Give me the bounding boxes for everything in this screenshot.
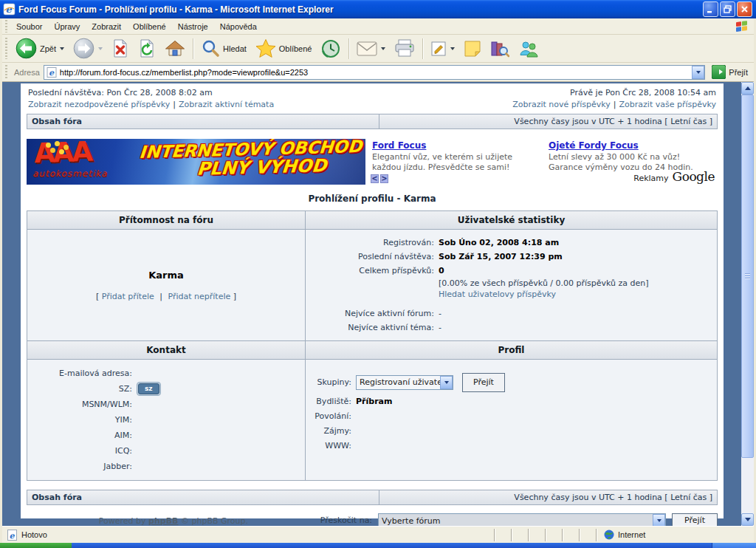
edit-button[interactable] <box>427 36 458 61</box>
board-index-link[interactable]: Obsah fóra <box>27 114 379 129</box>
link-new-posts[interactable]: Zobrazit nové příspěvky <box>512 100 611 109</box>
add-foe-link[interactable]: Přidat nepřítele <box>168 292 230 301</box>
start-button-edge[interactable] <box>0 543 72 548</box>
google-ad-2: Ojeté Fordy Focus Letní slevy až 30 000 … <box>549 140 715 173</box>
link-separator: | <box>173 100 176 109</box>
menu-grip[interactable] <box>4 20 8 32</box>
sz-button[interactable]: sz <box>138 383 159 394</box>
board-index-link[interactable]: Obsah fóra <box>27 490 379 504</box>
mail-dropdown-icon[interactable] <box>381 47 385 50</box>
forward-button[interactable] <box>69 36 106 61</box>
go-button[interactable]: Přejít <box>709 64 751 80</box>
refresh-icon <box>138 38 156 58</box>
menu-oblibene[interactable]: Oblíbené <box>127 20 172 33</box>
banner-dots-decoration <box>46 143 51 148</box>
link-active-topics[interactable]: Zobrazit aktivní témata <box>179 100 274 109</box>
menu-nastroje[interactable]: Nástroje <box>172 20 214 33</box>
forum-jump-select[interactable]: Vyberte fórum <box>378 513 666 526</box>
history-button[interactable] <box>317 36 345 61</box>
last-visit-label: Poslední návštěva: <box>312 250 439 264</box>
toolbar-separator <box>422 38 423 59</box>
edit-dropdown-icon[interactable] <box>450 47 455 50</box>
forward-icon <box>73 38 94 59</box>
windows-taskbar-edge <box>0 543 756 548</box>
forum-page: Poslední návštěva: Pon Črc 28, 2008 8:02… <box>21 83 724 518</box>
scroll-down-button[interactable] <box>741 513 754 526</box>
aim-label: AIM: <box>33 428 137 443</box>
groups-select-arrow-icon[interactable] <box>440 376 453 389</box>
favorites-button[interactable]: Oblíbené <box>252 36 316 61</box>
research-button[interactable] <box>487 36 513 61</box>
timezone-text: Všechny časy jsou v UTC + 1 hodina [ Let… <box>379 490 717 504</box>
statistics-header: Uživatelské statistiky <box>306 211 717 229</box>
discuss-button[interactable] <box>460 36 485 61</box>
active-topic-value: - <box>439 321 441 335</box>
menu-soubor[interactable]: Soubor <box>10 20 48 33</box>
messenger-button[interactable] <box>515 36 543 61</box>
forum-jump-arrow-icon[interactable] <box>653 514 665 526</box>
addressbar-grip[interactable] <box>4 65 8 80</box>
ads-attribution-text: Reklamy <box>633 174 668 183</box>
phpbb-credits: Powered by phpBB © phpBB Group. [ Time :… <box>27 511 320 526</box>
link-your-posts[interactable]: Zobrazit vaše příspěvky <box>619 100 716 109</box>
print-icon <box>394 39 415 58</box>
posts-detail-text: [0.00% ze všech příspěvků / 0.00 příspěv… <box>439 278 649 289</box>
stop-button[interactable] <box>108 36 133 61</box>
menu-upravy[interactable]: Úpravy <box>48 20 86 33</box>
minimize-button[interactable] <box>703 1 718 17</box>
status-pane <box>494 529 511 541</box>
google-ad-1: Ford Focus Elegantní vůz, ve kterém si u… <box>372 140 538 173</box>
scrollbar-thumb[interactable] <box>741 95 754 458</box>
svg-text:e: e <box>10 530 16 540</box>
link-separator: | <box>159 292 162 301</box>
last-visit-text: Poslední návštěva: Pon Črc 28, 2008 8:02… <box>28 88 213 97</box>
ads-prev-button[interactable]: < <box>371 174 379 183</box>
banner-ad[interactable]: AAA autokosmetika INTERNETOVÝ OBCHOD PLN… <box>27 139 365 185</box>
stop-icon <box>111 38 129 58</box>
back-button[interactable]: Zpět <box>12 36 68 61</box>
jump-go-button[interactable]: Přejít <box>672 513 718 526</box>
registered-label: Registrován: <box>312 236 439 250</box>
link-unanswered-posts[interactable]: Zobrazit nezodpovězené příspěvky <box>28 100 170 109</box>
close-button[interactable] <box>737 1 752 17</box>
google-logo[interactable]: Google <box>673 169 715 184</box>
page-ie-icon: e <box>47 67 57 78</box>
menu-napoveda[interactable]: Nápověda <box>214 20 263 33</box>
vertical-scrollbar[interactable] <box>741 82 754 526</box>
taskbar-edge <box>72 543 712 548</box>
title-bar: e Ford Focus Forum - Prohlížení profilu … <box>0 0 756 18</box>
page-title: Prohlížení profilu - Karma <box>27 193 718 204</box>
timezone-text: Všechny časy jsou v UTC + 1 hodina [ Let… <box>379 114 717 129</box>
address-label: Adresa <box>14 68 40 77</box>
profile-cell: Skupiny: Registrovaní uživatelé Přejít B… <box>306 360 717 480</box>
security-zone-pane: Internet <box>596 529 752 541</box>
address-dropdown-button[interactable] <box>692 66 704 79</box>
menu-zobrazit[interactable]: Zobrazit <box>86 20 127 33</box>
restore-button[interactable] <box>720 1 735 17</box>
ad-body-text: Elegantní vůz, ve kterém si užijete každ… <box>372 152 538 173</box>
search-user-posts-link[interactable]: Hledat uživatelovy příspěvky <box>439 289 556 301</box>
scroll-up-button[interactable] <box>741 82 754 95</box>
friend-foe-links: [ Přidat přítele | Přidat nepřítele ] <box>96 292 236 301</box>
groups-go-button[interactable]: Přejít <box>462 373 505 392</box>
back-dropdown-icon[interactable] <box>60 47 64 50</box>
profile-table: Přítomnost na fóru Uživatelské statistik… <box>27 210 718 481</box>
ad-title-link[interactable]: Ford Focus <box>372 140 426 151</box>
ads-next-button[interactable]: > <box>380 174 388 183</box>
mail-button[interactable] <box>353 36 389 61</box>
print-button[interactable] <box>391 36 419 61</box>
active-forum-label: Nejvíce aktivní fórum: <box>312 306 439 321</box>
ad-title-link[interactable]: Ojeté Fordy Focus <box>549 140 639 151</box>
toolbar-grip[interactable] <box>4 38 8 60</box>
address-input[interactable]: e http://forum.ford-focus.cz/memberlist.… <box>44 65 705 80</box>
groups-select[interactable]: Registrovaní uživatelé <box>356 375 453 390</box>
search-button[interactable]: Hledat <box>197 36 250 61</box>
refresh-button[interactable] <box>134 36 159 61</box>
browser-viewport: Poslední návštěva: Pon Črc 28, 2008 8:02… <box>2 82 754 526</box>
home-button[interactable] <box>161 36 189 61</box>
phpbb-link[interactable]: phpBB <box>148 516 178 526</box>
forward-dropdown-icon[interactable] <box>98 47 103 50</box>
address-bar: Adresa e http://forum.ford-focus.cz/memb… <box>2 63 754 82</box>
board-index-bar-top: Obsah fóra Všechny časy jsou v UTC + 1 h… <box>27 114 718 129</box>
add-friend-link[interactable]: Přidat přítele <box>102 292 154 301</box>
